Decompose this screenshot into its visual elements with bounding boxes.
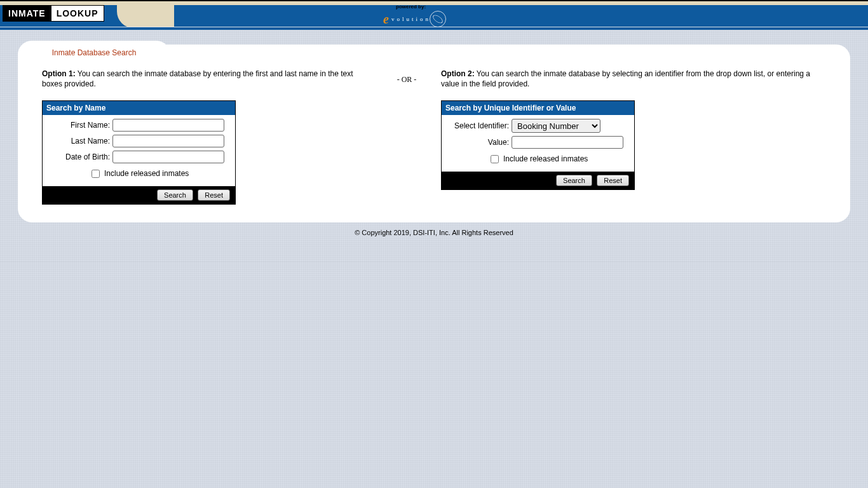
option2-body: You can search the inmate database by se… (441, 69, 810, 88)
option1-text: Option 1: You can search the inmate data… (42, 69, 372, 89)
brand-e: e (383, 13, 389, 25)
option1-prefix: Option 1: (42, 69, 76, 78)
logo-word-lookup: LOOKUP (51, 5, 104, 22)
include-released-checkbox-id[interactable] (491, 155, 499, 163)
site-logo: INMATE LOOKUP (3, 5, 104, 22)
dob-label: Date of Birth: (48, 152, 110, 161)
option1-body: You can search the inmate database by en… (42, 69, 353, 88)
tab-inmate-search[interactable]: Inmate Database Search (18, 41, 170, 61)
tab-label: Inmate Database Search (52, 48, 137, 57)
reset-button-id[interactable]: Reset (597, 175, 629, 186)
powered-by-label: powered by: (396, 4, 426, 10)
logo-word-inmate: INMATE (3, 5, 51, 22)
brand-rest: volution (391, 16, 431, 22)
header-bar: INMATE LOOKUP powered by: e volution (0, 0, 868, 27)
search-by-id-box: Search by Unique Identifier or Value Sel… (441, 100, 635, 190)
last-name-input[interactable] (112, 135, 224, 147)
brand-evolution: e volution (383, 11, 446, 27)
main-panel: Inmate Database Search Option 1: You can… (18, 44, 850, 222)
search-by-name-box: Search by Name First Name: Last Name: Da… (42, 100, 236, 205)
select-identifier-label: Select Identifier: (447, 121, 509, 130)
header-accent-bar (0, 27, 868, 30)
search-by-id-header: Search by Unique Identifier or Value (442, 101, 634, 115)
header-notch (117, 1, 174, 27)
last-name-label: Last Name: (48, 137, 110, 146)
value-label: Value: (447, 138, 509, 147)
include-released-checkbox-name[interactable] (92, 170, 100, 178)
option2-prefix: Option 2: (441, 69, 475, 78)
search-button-id[interactable]: Search (556, 175, 592, 186)
reset-button-name[interactable]: Reset (198, 189, 230, 201)
first-name-input[interactable] (112, 119, 224, 132)
orbit-icon (430, 11, 446, 27)
identifier-select[interactable]: Booking Number (512, 119, 600, 133)
dob-input[interactable] (112, 151, 224, 163)
footer-copyright: © Copyright 2019, DSI-ITI, Inc. All Righ… (18, 222, 850, 262)
search-by-name-header: Search by Name (43, 101, 235, 115)
or-divider: - OR - (388, 69, 426, 85)
search-button-name[interactable]: Search (157, 189, 193, 201)
include-released-label-id: Include released inmates (503, 154, 588, 163)
first-name-label: First Name: (48, 121, 110, 130)
value-input[interactable] (512, 136, 623, 149)
option2-text: Option 2: You can search the inmate data… (441, 69, 826, 89)
include-released-label-name: Include released inmates (104, 169, 189, 178)
